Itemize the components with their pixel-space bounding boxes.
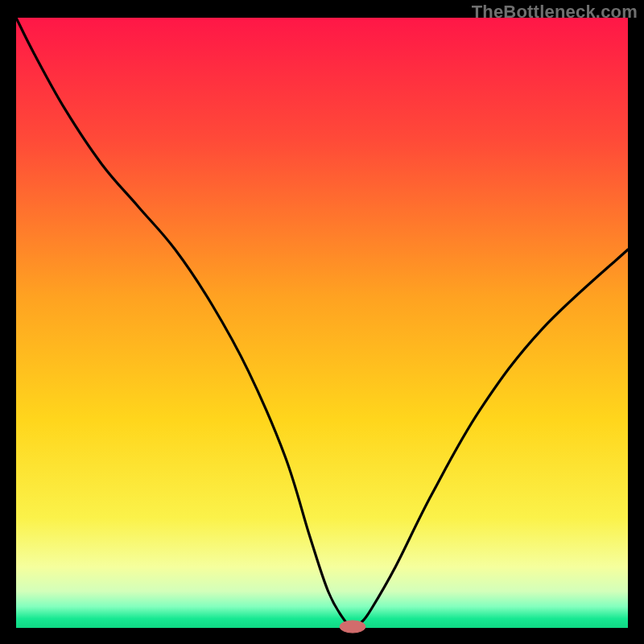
- bottleneck-chart: [0, 0, 644, 644]
- optimal-point-marker: [340, 621, 365, 633]
- watermark-label: TheBottleneck.com: [472, 2, 638, 23]
- chart-frame: TheBottleneck.com: [0, 0, 644, 644]
- plot-background: [16, 18, 628, 628]
